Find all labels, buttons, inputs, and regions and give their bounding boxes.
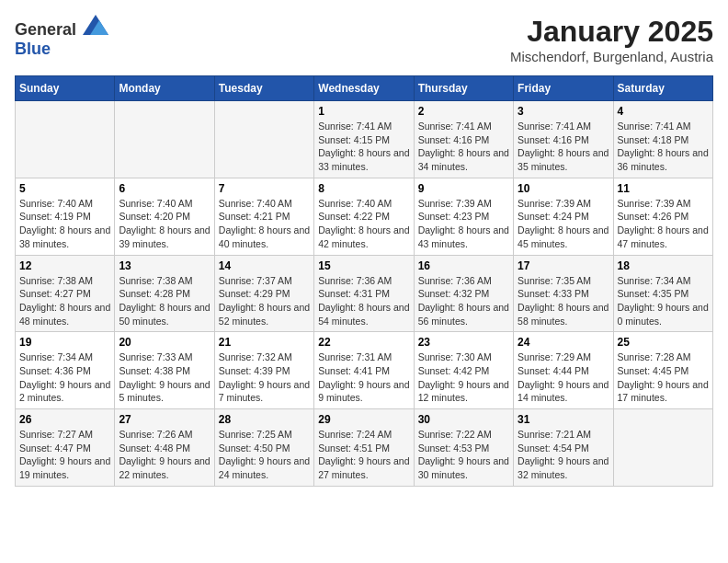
day-info: Sunrise: 7:35 AM Sunset: 4:33 PM Dayligh… — [518, 274, 609, 328]
weekday-header-monday: Monday — [115, 76, 214, 101]
calendar-cell: 25Sunrise: 7:28 AM Sunset: 4:45 PM Dayli… — [613, 332, 712, 409]
logo-icon — [83, 15, 108, 35]
calendar-cell: 6Sunrise: 7:40 AM Sunset: 4:20 PM Daylig… — [115, 178, 214, 255]
calendar-cell: 4Sunrise: 7:41 AM Sunset: 4:18 PM Daylig… — [613, 101, 712, 178]
day-info: Sunrise: 7:22 AM Sunset: 4:53 PM Dayligh… — [418, 428, 509, 482]
calendar-cell: 16Sunrise: 7:36 AM Sunset: 4:32 PM Dayli… — [414, 255, 513, 332]
calendar-cell: 3Sunrise: 7:41 AM Sunset: 4:16 PM Daylig… — [514, 101, 613, 178]
calendar-cell: 2Sunrise: 7:41 AM Sunset: 4:16 PM Daylig… — [414, 101, 513, 178]
day-info: Sunrise: 7:33 AM Sunset: 4:38 PM Dayligh… — [119, 350, 210, 405]
calendar-cell: 30Sunrise: 7:22 AM Sunset: 4:53 PM Dayli… — [414, 409, 513, 487]
calendar-cell: 13Sunrise: 7:38 AM Sunset: 4:28 PM Dayli… — [115, 255, 214, 332]
day-number: 21 — [219, 336, 310, 349]
weekday-header-tuesday: Tuesday — [214, 76, 313, 101]
day-info: Sunrise: 7:41 AM Sunset: 4:15 PM Dayligh… — [318, 120, 409, 174]
day-number: 5 — [19, 182, 110, 195]
day-number: 1 — [318, 105, 409, 118]
logo-text: General Blue — [15, 15, 108, 59]
calendar-cell: 10Sunrise: 7:39 AM Sunset: 4:24 PM Dayli… — [514, 178, 613, 255]
calendar-cell — [115, 101, 214, 178]
day-info: Sunrise: 7:39 AM Sunset: 4:26 PM Dayligh… — [618, 197, 709, 251]
day-number: 16 — [418, 259, 509, 272]
day-number: 26 — [19, 413, 110, 426]
day-info: Sunrise: 7:41 AM Sunset: 4:16 PM Dayligh… — [418, 120, 509, 174]
calendar-week-5: 26Sunrise: 7:27 AM Sunset: 4:47 PM Dayli… — [16, 409, 713, 487]
day-info: Sunrise: 7:32 AM Sunset: 4:39 PM Dayligh… — [219, 350, 310, 405]
day-number: 30 — [418, 413, 509, 426]
logo-blue: Blue — [15, 40, 51, 58]
day-info: Sunrise: 7:29 AM Sunset: 4:44 PM Dayligh… — [518, 350, 609, 405]
day-info: Sunrise: 7:38 AM Sunset: 4:27 PM Dayligh… — [19, 274, 110, 328]
calendar-cell: 31Sunrise: 7:21 AM Sunset: 4:54 PM Dayli… — [514, 409, 613, 487]
day-number: 22 — [318, 336, 409, 349]
logo-general: General — [15, 20, 76, 39]
calendar-cell: 17Sunrise: 7:35 AM Sunset: 4:33 PM Dayli… — [514, 255, 613, 332]
calendar-cell: 22Sunrise: 7:31 AM Sunset: 4:41 PM Dayli… — [314, 332, 414, 409]
day-number: 31 — [518, 413, 609, 426]
calendar-cell: 15Sunrise: 7:36 AM Sunset: 4:31 PM Dayli… — [314, 255, 414, 332]
calendar-cell: 7Sunrise: 7:40 AM Sunset: 4:21 PM Daylig… — [214, 178, 313, 255]
weekday-header-thursday: Thursday — [414, 76, 513, 101]
weekday-header-wednesday: Wednesday — [314, 76, 414, 101]
calendar-table: SundayMondayTuesdayWednesdayThursdayFrid… — [15, 75, 713, 487]
day-number: 20 — [119, 336, 210, 349]
day-number: 24 — [518, 336, 609, 349]
calendar-cell: 23Sunrise: 7:30 AM Sunset: 4:42 PM Dayli… — [414, 332, 513, 409]
day-number: 2 — [418, 105, 509, 118]
day-number: 23 — [418, 336, 509, 349]
day-number: 14 — [219, 259, 310, 272]
day-info: Sunrise: 7:40 AM Sunset: 4:21 PM Dayligh… — [219, 197, 310, 251]
calendar-week-4: 19Sunrise: 7:34 AM Sunset: 4:36 PM Dayli… — [16, 332, 713, 409]
calendar-cell: 29Sunrise: 7:24 AM Sunset: 4:51 PM Dayli… — [314, 409, 414, 487]
day-info: Sunrise: 7:21 AM Sunset: 4:54 PM Dayligh… — [518, 428, 609, 482]
calendar-cell: 8Sunrise: 7:40 AM Sunset: 4:22 PM Daylig… — [314, 178, 414, 255]
calendar-cell: 14Sunrise: 7:37 AM Sunset: 4:29 PM Dayli… — [214, 255, 313, 332]
weekday-header-sunday: Sunday — [16, 76, 115, 101]
calendar-week-1: 1Sunrise: 7:41 AM Sunset: 4:15 PM Daylig… — [16, 101, 713, 178]
month-year-title: January 2025 — [510, 15, 713, 49]
day-info: Sunrise: 7:40 AM Sunset: 4:19 PM Dayligh… — [19, 197, 110, 251]
weekday-header-saturday: Saturday — [613, 76, 712, 101]
location-subtitle: Mischendorf, Burgenland, Austria — [510, 49, 713, 64]
day-number: 18 — [618, 259, 709, 272]
day-info: Sunrise: 7:36 AM Sunset: 4:31 PM Dayligh… — [318, 274, 409, 328]
calendar-cell: 5Sunrise: 7:40 AM Sunset: 4:19 PM Daylig… — [16, 178, 115, 255]
title-area: January 2025 Mischendorf, Burgenland, Au… — [510, 15, 713, 64]
day-info: Sunrise: 7:34 AM Sunset: 4:36 PM Dayligh… — [19, 350, 110, 405]
calendar-week-3: 12Sunrise: 7:38 AM Sunset: 4:27 PM Dayli… — [16, 255, 713, 332]
day-number: 10 — [518, 182, 609, 195]
day-info: Sunrise: 7:40 AM Sunset: 4:22 PM Dayligh… — [318, 197, 409, 251]
day-info: Sunrise: 7:40 AM Sunset: 4:20 PM Dayligh… — [119, 197, 210, 251]
calendar-cell: 20Sunrise: 7:33 AM Sunset: 4:38 PM Dayli… — [115, 332, 214, 409]
calendar-cell: 24Sunrise: 7:29 AM Sunset: 4:44 PM Dayli… — [514, 332, 613, 409]
calendar-cell — [613, 409, 712, 487]
calendar-cell: 18Sunrise: 7:34 AM Sunset: 4:35 PM Dayli… — [613, 255, 712, 332]
day-number: 8 — [318, 182, 409, 195]
day-number: 15 — [318, 259, 409, 272]
day-info: Sunrise: 7:38 AM Sunset: 4:28 PM Dayligh… — [119, 274, 210, 328]
calendar-cell: 19Sunrise: 7:34 AM Sunset: 4:36 PM Dayli… — [16, 332, 115, 409]
calendar-cell: 26Sunrise: 7:27 AM Sunset: 4:47 PM Dayli… — [16, 409, 115, 487]
day-info: Sunrise: 7:34 AM Sunset: 4:35 PM Dayligh… — [618, 274, 709, 328]
calendar-cell: 21Sunrise: 7:32 AM Sunset: 4:39 PM Dayli… — [214, 332, 313, 409]
day-number: 13 — [119, 259, 210, 272]
day-number: 4 — [618, 105, 709, 118]
day-number: 19 — [19, 336, 110, 349]
day-number: 7 — [219, 182, 310, 195]
day-info: Sunrise: 7:27 AM Sunset: 4:47 PM Dayligh… — [19, 428, 110, 482]
day-number: 9 — [418, 182, 509, 195]
day-info: Sunrise: 7:28 AM Sunset: 4:45 PM Dayligh… — [618, 350, 709, 405]
calendar-header-row: SundayMondayTuesdayWednesdayThursdayFrid… — [16, 76, 713, 101]
day-info: Sunrise: 7:24 AM Sunset: 4:51 PM Dayligh… — [318, 428, 409, 482]
weekday-header-friday: Friday — [514, 76, 613, 101]
page-header: General Blue January 2025 Mischendorf, B… — [15, 15, 713, 64]
day-info: Sunrise: 7:37 AM Sunset: 4:29 PM Dayligh… — [219, 274, 310, 328]
calendar-cell — [16, 101, 115, 178]
calendar-cell: 9Sunrise: 7:39 AM Sunset: 4:23 PM Daylig… — [414, 178, 513, 255]
logo: General Blue — [15, 15, 108, 59]
day-number: 6 — [119, 182, 210, 195]
day-number: 25 — [618, 336, 709, 349]
day-info: Sunrise: 7:25 AM Sunset: 4:50 PM Dayligh… — [219, 428, 310, 482]
day-info: Sunrise: 7:41 AM Sunset: 4:18 PM Dayligh… — [618, 120, 709, 174]
day-number: 27 — [119, 413, 210, 426]
